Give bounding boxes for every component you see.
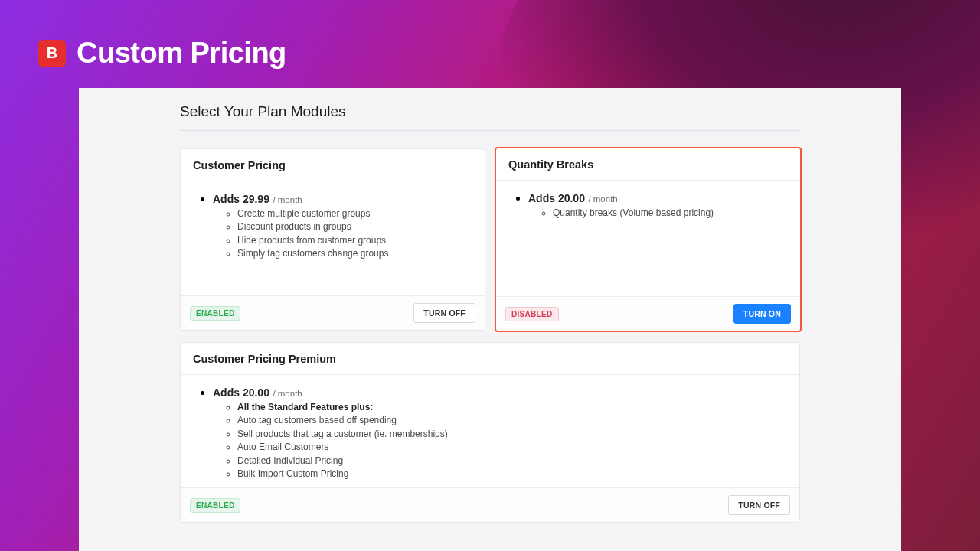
per-month-label: / month: [588, 194, 617, 204]
module-title: Customer Pricing: [181, 149, 485, 181]
status-badge: DISABLED: [505, 307, 559, 321]
section-title: Select Your Plan Modules: [180, 103, 800, 131]
module-body: Adds 20.00 / month All the Standard Feat…: [181, 375, 799, 487]
module-title: Quantity Breaks: [496, 148, 800, 181]
feature-list: Create multiple customer groups Discount…: [213, 207, 474, 261]
turn-on-button[interactable]: TURN ON: [733, 304, 791, 324]
app-header: B Custom Pricing: [38, 37, 286, 70]
feature-item: Simply tag customers change groups: [237, 247, 474, 260]
turn-off-button[interactable]: TURN OFF: [728, 495, 790, 515]
brand-logo-letter: B: [47, 44, 57, 62]
feature-item: Detailed Individual Pricing: [237, 455, 789, 468]
module-title: Customer Pricing Premium: [181, 343, 799, 375]
feature-item: Auto Email Customers: [237, 441, 789, 454]
module-price: Adds 20.00: [528, 192, 585, 204]
feature-item-lead: All the Standard Features plus:: [237, 401, 789, 414]
module-card-customer-pricing-premium: Customer Pricing Premium Adds 20.00 / mo…: [180, 342, 800, 523]
page-title: Custom Pricing: [77, 37, 286, 70]
modules-row: Customer Pricing Adds 29.99 / month Crea…: [180, 148, 800, 331]
feature-item: Discount products in groups: [237, 220, 474, 233]
feature-item: Bulk Import Custom Pricing: [237, 468, 789, 481]
feature-item: Quantity breaks (Volume based pricing): [553, 207, 789, 220]
module-card-quantity-breaks: Quantity Breaks Adds 20.00 / month Quant…: [496, 148, 800, 331]
module-footer: ENABLED TURN OFF: [181, 487, 799, 522]
module-footer: DISABLED TURN ON: [496, 296, 800, 331]
module-card-customer-pricing: Customer Pricing Adds 29.99 / month Crea…: [180, 148, 485, 331]
feature-item: Sell products that tag a customer (ie. m…: [237, 428, 789, 441]
module-price: Adds 20.00: [213, 386, 270, 399]
feature-item: Auto tag customers based off spending: [237, 414, 789, 427]
module-price: Adds 29.99: [213, 193, 270, 205]
per-month-label: / month: [273, 389, 302, 398]
status-badge: ENABLED: [190, 306, 240, 321]
feature-list: Quantity breaks (Volume based pricing): [528, 207, 789, 220]
feature-list: All the Standard Features plus: Auto tag…: [213, 401, 789, 481]
feature-item: Create multiple customer groups: [237, 207, 474, 220]
module-body: Adds 29.99 / month Create multiple custo…: [181, 181, 485, 295]
module-body: Adds 20.00 / month Quantity breaks (Volu…: [496, 181, 800, 296]
brand-logo-icon: B: [38, 40, 66, 67]
content-panel: Select Your Plan Modules Customer Pricin…: [79, 88, 901, 551]
turn-off-button[interactable]: TURN OFF: [413, 303, 475, 323]
per-month-label: / month: [273, 195, 302, 204]
feature-item: Hide products from customer groups: [237, 234, 474, 247]
module-footer: ENABLED TURN OFF: [181, 295, 485, 330]
modules-row-wide: Customer Pricing Premium Adds 20.00 / mo…: [180, 342, 800, 523]
status-badge: ENABLED: [190, 498, 240, 513]
